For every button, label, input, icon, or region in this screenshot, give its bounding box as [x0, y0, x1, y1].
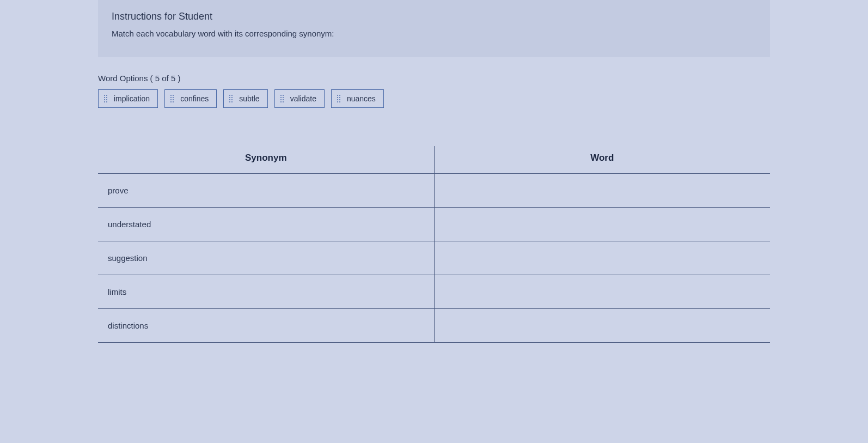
match-table: Synonym Word prove understated suggestio… — [98, 146, 770, 343]
synonym-cell: suggestion — [98, 241, 434, 275]
drag-handle-icon — [337, 95, 343, 102]
column-header-synonym: Synonym — [98, 146, 434, 174]
word-options-label: Word Options ( 5 of 5 ) — [98, 74, 770, 83]
word-chip-confines[interactable]: confines — [164, 89, 217, 108]
word-drop-cell[interactable] — [434, 208, 770, 241]
word-drop-cell[interactable] — [434, 174, 770, 208]
instructions-box: Instructions for Student Match each voca… — [98, 0, 770, 57]
drag-handle-icon — [104, 95, 109, 102]
match-table-wrapper: Synonym Word prove understated suggestio… — [98, 146, 770, 343]
word-chip-label: nuances — [347, 94, 376, 103]
word-chip-implication[interactable]: implication — [98, 89, 158, 108]
word-chip-label: validate — [290, 94, 316, 103]
synonym-cell: understated — [98, 208, 434, 241]
instructions-title: Instructions for Student — [112, 11, 756, 22]
word-chip-label: implication — [114, 94, 150, 103]
word-chip-label: confines — [180, 94, 209, 103]
drag-handle-icon — [229, 95, 235, 102]
instructions-text: Match each vocabulary word with its corr… — [112, 29, 756, 38]
word-chip-subtle[interactable]: subtle — [223, 89, 267, 108]
word-chip-validate[interactable]: validate — [274, 89, 325, 108]
word-chip-label: subtle — [239, 94, 259, 103]
word-drop-cell[interactable] — [434, 241, 770, 275]
table-row: limits — [98, 275, 770, 309]
word-drop-cell[interactable] — [434, 275, 770, 309]
table-row: prove — [98, 174, 770, 208]
table-row: distinctions — [98, 309, 770, 343]
drag-handle-icon — [280, 95, 286, 102]
drag-handle-icon — [170, 95, 176, 102]
table-row: suggestion — [98, 241, 770, 275]
word-chip-nuances[interactable]: nuances — [331, 89, 384, 108]
synonym-cell: distinctions — [98, 309, 434, 343]
synonym-cell: prove — [98, 174, 434, 208]
table-row: understated — [98, 208, 770, 241]
word-drop-cell[interactable] — [434, 309, 770, 343]
word-options-row: implication confines subtle — [98, 89, 770, 108]
main-container: Instructions for Student Match each voca… — [0, 0, 868, 343]
synonym-cell: limits — [98, 275, 434, 309]
column-header-word: Word — [434, 146, 770, 174]
